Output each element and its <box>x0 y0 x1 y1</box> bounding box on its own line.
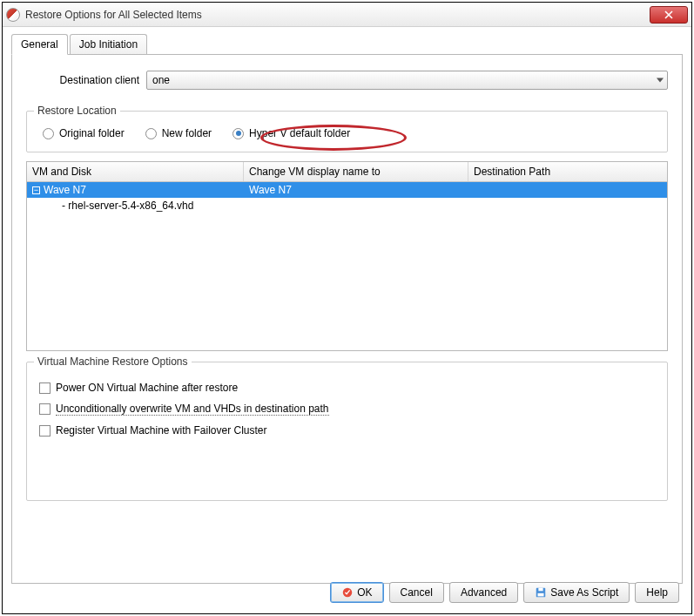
chevron-down-icon <box>657 78 664 83</box>
change-name-cell[interactable]: Wave N7 <box>244 183 468 197</box>
save-script-label: Save As Script <box>550 586 618 599</box>
vm-disk-table: VM and Disk Change VM display name to De… <box>26 161 668 351</box>
checkbox-icon <box>39 382 51 394</box>
checkbox-icon <box>39 425 51 437</box>
save-icon <box>535 586 547 599</box>
ok-icon <box>341 586 354 599</box>
app-icon <box>6 8 20 22</box>
svg-rect-2 <box>539 588 543 592</box>
dest-path-cell <box>468 205 667 206</box>
check-register-label: Register Virtual Machine with Failover C… <box>56 424 267 437</box>
check-power-on-label: Power ON Virtual Machine after restore <box>56 382 238 394</box>
help-button[interactable]: Help <box>635 582 679 603</box>
radio-original-label: Original folder <box>59 127 125 139</box>
radio-icon <box>43 128 54 139</box>
checkbox-icon <box>39 403 51 415</box>
tab-panel-general: Destination client one Restore Location … <box>11 54 683 584</box>
tree-collapse-icon[interactable]: − <box>32 186 40 194</box>
radio-icon <box>232 128 244 139</box>
tab-general[interactable]: General <box>11 34 68 55</box>
vm-restore-options-title: Virtual Machine Restore Options <box>34 355 192 368</box>
change-name-cell <box>244 205 468 206</box>
table-row[interactable]: − Wave N7 Wave N7 <box>27 182 667 198</box>
advanced-label: Advanced <box>461 586 507 599</box>
check-overwrite-label: Unconditionally overwrite VM and VHDs in… <box>56 403 329 416</box>
check-overwrite[interactable]: Unconditionally overwrite VM and VHDs in… <box>39 403 655 416</box>
col-destination-path[interactable]: Destination Path <box>468 162 667 181</box>
help-label: Help <box>646 586 668 599</box>
destination-client-label: Destination client <box>26 74 146 86</box>
radio-icon <box>145 128 157 139</box>
restore-location-group: Restore Location Original folder New fol… <box>26 111 668 152</box>
radio-new-folder[interactable]: New folder <box>145 127 212 139</box>
close-icon <box>664 10 673 19</box>
radio-hyperv-folder[interactable]: Hyper V default folder <box>232 127 350 139</box>
tab-row: General Job Initiation <box>11 34 683 54</box>
destination-client-row: Destination client one <box>26 71 668 90</box>
radio-original-folder[interactable]: Original folder <box>43 127 125 139</box>
tab-job-initiation[interactable]: Job Initiation <box>70 34 147 54</box>
dialog-window: Restore Options for All Selected Items G… <box>2 2 692 614</box>
check-power-on[interactable]: Power ON Virtual Machine after restore <box>39 382 655 394</box>
col-vm-and-disk[interactable]: VM and Disk <box>27 162 244 181</box>
vm-name: Wave N7 <box>44 184 86 196</box>
titlebar: Restore Options for All Selected Items <box>3 3 691 27</box>
disk-name: - rhel-server-5.4-x86_64.vhd <box>62 200 193 212</box>
destination-client-value: one <box>152 74 170 86</box>
table-row[interactable]: - rhel-server-5.4-x86_64.vhd <box>27 198 667 213</box>
cancel-button[interactable]: Cancel <box>389 582 444 603</box>
restore-location-title: Restore Location <box>34 105 120 117</box>
restore-location-radios: Original folder New folder Hyper V defau… <box>39 122 655 143</box>
ok-label: OK <box>357 586 372 599</box>
vm-restore-options-group: Virtual Machine Restore Options Power ON… <box>26 362 668 501</box>
radio-hyperv-label: Hyper V default folder <box>249 127 350 139</box>
check-register-cluster[interactable]: Register Virtual Machine with Failover C… <box>39 424 655 437</box>
table-header-row: VM and Disk Change VM display name to De… <box>27 162 667 182</box>
save-as-script-button[interactable]: Save As Script <box>523 582 630 603</box>
cancel-label: Cancel <box>401 586 433 599</box>
ok-button[interactable]: OK <box>330 582 383 603</box>
svg-rect-3 <box>538 593 544 597</box>
window-title: Restore Options for All Selected Items <box>25 9 650 21</box>
tab-container: General Job Initiation Destination clien… <box>11 34 683 584</box>
destination-client-combo[interactable]: one <box>146 71 668 90</box>
dest-path-cell[interactable] <box>468 189 667 191</box>
dialog-button-row: OK Cancel Advanced Save As Script Help <box>330 582 679 603</box>
advanced-button[interactable]: Advanced <box>449 582 518 603</box>
radio-new-label: New folder <box>162 127 212 139</box>
close-button[interactable] <box>650 6 688 24</box>
col-change-name[interactable]: Change VM display name to <box>244 162 468 181</box>
